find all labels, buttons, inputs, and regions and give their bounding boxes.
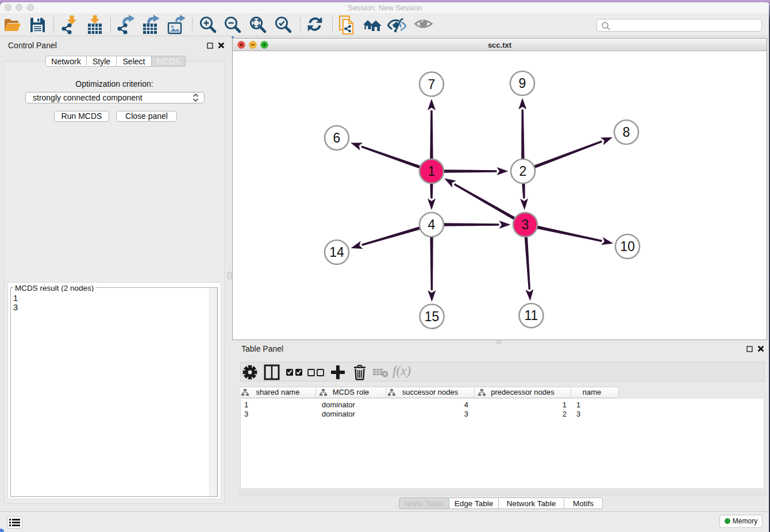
svg-text:9: 9: [519, 76, 526, 91]
svg-text:1: 1: [428, 164, 436, 179]
svg-text:14: 14: [329, 245, 344, 260]
svg-text:4: 4: [428, 217, 436, 232]
svg-text:11: 11: [524, 308, 538, 323]
svg-text:3: 3: [522, 217, 529, 232]
svg-text:15: 15: [425, 309, 440, 324]
svg-text:6: 6: [333, 130, 341, 145]
svg-text:10: 10: [620, 239, 635, 254]
svg-text:8: 8: [623, 125, 630, 140]
svg-text:7: 7: [428, 77, 436, 92]
svg-text:2: 2: [519, 164, 527, 179]
